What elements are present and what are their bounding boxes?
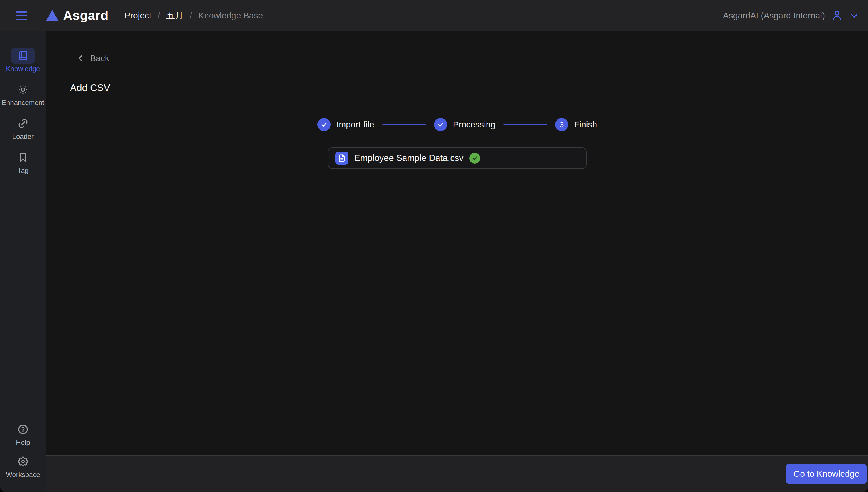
sidebar-item-knowledge[interactable]: Knowledge	[6, 48, 40, 73]
step-label: Finish	[574, 120, 597, 129]
step-done-icon	[318, 118, 331, 131]
page-title: Add CSV	[70, 82, 868, 93]
bookmark-icon	[17, 151, 29, 163]
app-logo[interactable]: Asgard	[46, 8, 108, 23]
sidebar-item-label: Loader	[13, 132, 34, 141]
breadcrumb-separator: /	[190, 11, 192, 20]
import-stepper: Import file Processing 3 Finish	[70, 118, 844, 131]
sidebar-item-label: Workspace	[6, 471, 40, 479]
breadcrumb-root[interactable]: Project	[125, 10, 151, 20]
step-finish: 3 Finish	[555, 118, 597, 131]
sidebar-item-label: Enhancement	[2, 99, 44, 107]
question-circle-icon	[17, 423, 29, 436]
gear-icon	[17, 456, 29, 468]
step-connector	[503, 124, 547, 125]
main-area: Back Add CSV Import file	[47, 31, 868, 492]
app-window: Asgard Project / 五月 / Knowledge Base Asg…	[0, 0, 868, 492]
back-button[interactable]: Back	[76, 53, 109, 63]
sidebar-item-enhancement[interactable]: Enhancement	[2, 81, 44, 107]
sidebar-item-loader[interactable]: Loader	[11, 115, 35, 141]
sidebar: Knowledge Enhancement	[0, 31, 47, 492]
add-csv-page: Back Add CSV Import file	[47, 31, 868, 455]
uploaded-file-card[interactable]: Employee Sample Data.csv	[328, 147, 587, 169]
sidebar-item-label: Help	[16, 439, 30, 447]
footer-bar: Go to Knowledge	[47, 455, 868, 492]
breadcrumb-project-name[interactable]: 五月	[166, 10, 183, 22]
step-label: Import file	[337, 120, 374, 129]
sun-icon	[17, 83, 29, 96]
file-name: Employee Sample Data.csv	[354, 153, 464, 163]
sidebar-item-tag[interactable]: Tag	[11, 149, 35, 174]
step-number-badge: 3	[555, 118, 568, 131]
menu-icon[interactable]	[16, 11, 27, 20]
step-label: Processing	[453, 120, 495, 129]
sidebar-item-label: Tag	[18, 167, 29, 174]
breadcrumb-separator: /	[157, 11, 160, 20]
back-label: Back	[90, 53, 109, 63]
breadcrumb-current-page: Knowledge Base	[198, 10, 263, 20]
sidebar-item-workspace[interactable]: Workspace	[6, 453, 40, 479]
book-icon	[17, 50, 29, 62]
chevron-left-icon	[76, 53, 85, 63]
link-icon	[17, 117, 29, 129]
account-menu[interactable]: AsgardAI (Asgard Internal)	[723, 9, 860, 22]
logo-text: Asgard	[63, 8, 108, 23]
logo-triangle-icon	[46, 10, 58, 21]
breadcrumb: Project / 五月 / Knowledge Base	[125, 10, 263, 22]
step-connector	[382, 124, 426, 125]
step-done-icon	[434, 118, 447, 131]
header-bar: Asgard Project / 五月 / Knowledge Base Asg…	[0, 0, 868, 31]
account-label: AsgardAI (Asgard Internal)	[723, 10, 825, 20]
step-import-file: Import file	[318, 118, 374, 131]
go-to-knowledge-button[interactable]: Go to Knowledge	[786, 464, 867, 484]
user-icon[interactable]	[831, 9, 843, 22]
chevron-down-icon[interactable]	[849, 10, 860, 21]
success-check-icon	[469, 153, 480, 164]
sidebar-item-label: Knowledge	[6, 65, 40, 73]
csv-file-icon	[335, 152, 348, 165]
sidebar-item-help[interactable]: Help	[11, 421, 35, 447]
step-processing: Processing	[434, 118, 495, 131]
